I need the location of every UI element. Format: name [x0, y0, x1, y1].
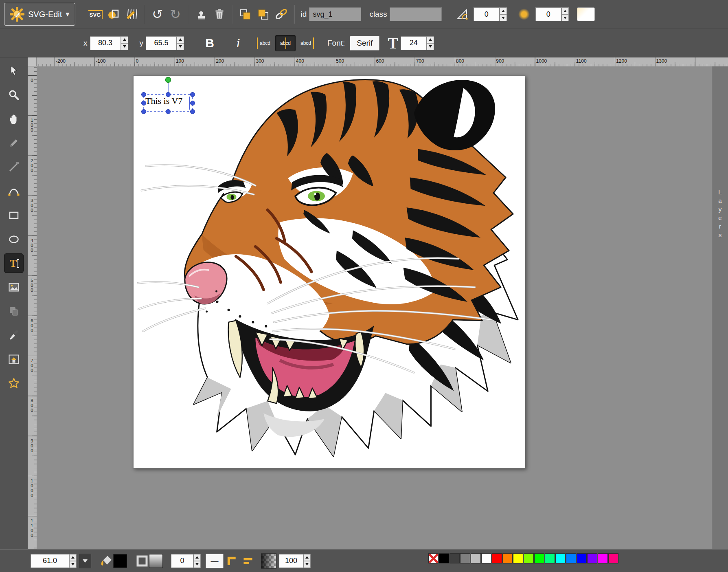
angle-input[interactable]	[474, 7, 500, 21]
palette-swatch[interactable]	[450, 553, 460, 563]
text-anchor-start-button[interactable]: abcd	[255, 35, 275, 51]
linejoin-button[interactable]	[224, 552, 240, 570]
class-input[interactable]	[390, 7, 442, 21]
y-spin-up[interactable]	[177, 36, 184, 43]
x-spin-down[interactable]	[121, 43, 128, 50]
zoom-spin-down[interactable]	[69, 561, 77, 568]
palette-swatch[interactable]	[587, 553, 597, 563]
linecap-button[interactable]	[240, 552, 256, 570]
blur-spin-down[interactable]	[561, 14, 569, 21]
palette-swatch[interactable]	[577, 553, 587, 563]
tool-image[interactable]	[4, 277, 24, 297]
id-label: id	[301, 10, 307, 19]
blur-input[interactable]	[535, 7, 561, 21]
stroke-color-swatch[interactable]	[149, 554, 163, 568]
tool-clone[interactable]	[4, 301, 24, 321]
blur-button[interactable]	[515, 5, 533, 23]
tool-rectangle[interactable]	[4, 205, 24, 225]
zoom-dropdown-button[interactable]	[79, 554, 91, 568]
redo-button[interactable]: ↻	[167, 5, 184, 23]
image-icon	[8, 281, 20, 293]
tool-text[interactable]: T	[4, 253, 24, 273]
tool-ellipse[interactable]	[4, 229, 24, 249]
palette-swatch[interactable]	[460, 553, 470, 563]
y-spin-down[interactable]	[177, 43, 184, 50]
palette-swatch[interactable]	[608, 553, 618, 563]
palette-swatch[interactable]	[471, 553, 481, 563]
palette-swatch[interactable]	[534, 553, 544, 563]
svg-source-icon: SVG	[88, 10, 103, 19]
tool-star[interactable]	[4, 374, 24, 393]
opacity-spin-up[interactable]	[303, 554, 311, 561]
canvas-text-element[interactable]: This is V7	[145, 96, 182, 106]
rotate-handle[interactable]	[166, 77, 171, 83]
x-spin-up[interactable]	[121, 36, 128, 43]
palette-swatch[interactable]	[555, 553, 566, 563]
color-picker-swatch[interactable]	[577, 7, 595, 21]
tool-pan[interactable]	[4, 109, 24, 129]
tool-pencil[interactable]	[4, 133, 24, 153]
tool-select[interactable]	[4, 61, 24, 81]
main-menu-button[interactable]: SVG-Edit ▼	[4, 3, 75, 26]
move-to-top-button[interactable]	[254, 5, 272, 23]
stroke-width-spin-down[interactable]	[193, 561, 201, 568]
palette-swatch[interactable]	[513, 553, 523, 563]
clone-stamp-button[interactable]	[193, 5, 211, 23]
opacity-spin-down[interactable]	[303, 561, 311, 568]
ruler-top: -200-10001002003004005006007008009001000…	[37, 57, 728, 66]
text-anchor-middle-button[interactable]: abcd	[275, 35, 296, 51]
angle-button[interactable]	[453, 5, 471, 23]
palette-swatch[interactable]	[439, 553, 449, 563]
blur-spin-up[interactable]	[561, 7, 569, 14]
angle-spin-down[interactable]	[500, 14, 507, 21]
italic-button[interactable]: i	[230, 35, 247, 52]
angle-spin-up[interactable]	[500, 7, 507, 14]
palette-swatch[interactable]	[428, 553, 439, 563]
layers-panel-tab[interactable]: Layers	[712, 66, 728, 549]
font-size-spinner	[427, 36, 434, 50]
tool-library[interactable]	[4, 350, 24, 369]
zoom-input[interactable]	[31, 554, 69, 568]
delete-button[interactable]	[211, 5, 228, 23]
tool-path[interactable]	[4, 181, 24, 201]
move-to-bottom-button[interactable]	[237, 5, 254, 23]
font-family-button[interactable]: Serif	[350, 36, 379, 51]
workspace[interactable]: This is V7 Layers	[37, 66, 728, 549]
palette-swatch[interactable]	[492, 553, 502, 563]
palette-swatch[interactable]	[545, 553, 555, 563]
link-button[interactable]	[272, 5, 290, 23]
stroke-dash-select[interactable]: —	[206, 554, 224, 568]
palette-swatch[interactable]	[524, 553, 534, 563]
opacity-input[interactable]	[279, 554, 303, 568]
grid-snap-button[interactable]	[123, 5, 140, 23]
ruler-top-label: 400	[295, 57, 335, 66]
stroke-width-input[interactable]	[171, 554, 193, 568]
tool-zoom[interactable]	[4, 85, 24, 105]
y-input[interactable]	[146, 36, 177, 50]
ruler-top-label: -100	[94, 57, 134, 66]
separator	[232, 5, 233, 24]
font-size-spin-down[interactable]	[427, 43, 434, 50]
font-size-input[interactable]	[401, 36, 427, 50]
palette-swatch[interactable]	[502, 553, 513, 563]
svg-canvas[interactable]: This is V7	[133, 75, 525, 469]
font-size-spin-up[interactable]	[427, 36, 434, 43]
undo-button[interactable]: ↺	[149, 5, 167, 23]
svg-source-button[interactable]: SVG	[87, 5, 105, 23]
tool-line[interactable]	[4, 157, 24, 177]
x-input[interactable]	[90, 36, 121, 50]
star-icon	[8, 377, 20, 389]
library-icon	[8, 353, 20, 365]
palette-swatch[interactable]	[481, 553, 491, 563]
fill-color-swatch[interactable]	[113, 554, 127, 568]
ruler-left-label: 100	[29, 117, 37, 157]
id-input[interactable]	[309, 7, 361, 21]
bold-button[interactable]: B	[201, 35, 218, 52]
document-properties-button[interactable]	[105, 5, 123, 23]
text-anchor-end-button[interactable]: abcd	[296, 35, 316, 51]
tool-eyedropper[interactable]	[4, 326, 24, 345]
zoom-spin-up[interactable]	[69, 554, 77, 561]
stroke-width-spin-up[interactable]	[193, 554, 201, 561]
palette-swatch[interactable]	[598, 553, 608, 563]
palette-swatch[interactable]	[566, 553, 576, 563]
